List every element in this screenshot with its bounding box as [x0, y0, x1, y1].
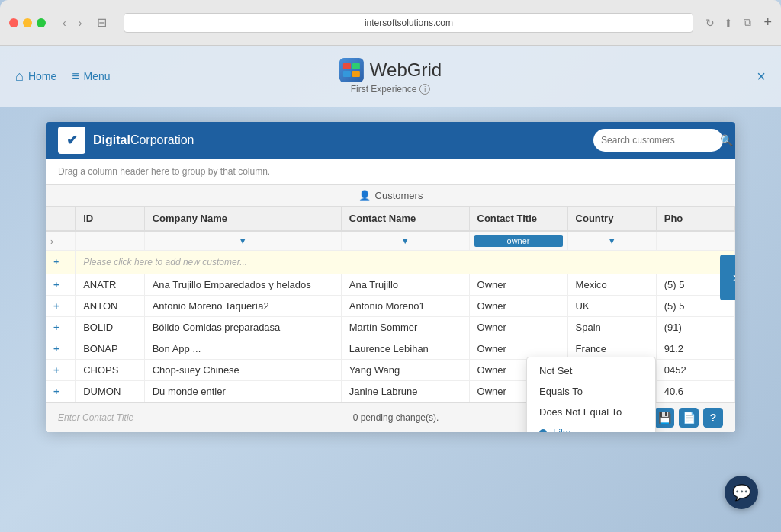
share-button[interactable]: ⬆	[721, 15, 736, 30]
row-phone: (91)	[656, 317, 734, 338]
home-icon: ⌂	[15, 69, 24, 85]
expand-icon[interactable]: +	[53, 322, 59, 333]
export-btn[interactable]: 📄	[679, 408, 699, 428]
th-contact[interactable]: Contact Name	[341, 207, 469, 231]
close-traffic-light[interactable]	[9, 18, 18, 27]
group-by-text: Drag a column header here to group by th…	[58, 166, 270, 177]
row-title: Owner	[469, 317, 567, 338]
expand-icon[interactable]: +	[53, 300, 59, 312]
table-row: + ANATR Ana Trujillo Emparedados y helad…	[46, 274, 735, 296]
maximize-traffic-light[interactable]	[37, 18, 46, 27]
url-text: intersoftsolutions.com	[365, 18, 453, 28]
filter-title-value[interactable]: owner	[507, 236, 530, 245]
search-button[interactable]: 🔍	[720, 134, 733, 146]
chat-button[interactable]: 💬	[725, 476, 758, 509]
row-expand: +	[46, 317, 76, 338]
app-header: ⌂ Home ≡ Menu WebGrid First Experience	[0, 46, 781, 107]
row-expand: +	[46, 274, 76, 296]
row-contact: Laurence Lebihan	[341, 338, 469, 360]
th-country[interactable]: Country	[567, 207, 656, 231]
app-icon	[339, 58, 364, 82]
filter-country-icon[interactable]: ▼	[607, 236, 616, 246]
add-row-icon[interactable]: +	[53, 257, 59, 268]
th-expand	[46, 207, 76, 231]
filter-company-cell: ▼	[144, 231, 341, 251]
add-row-text[interactable]: Please click here to add new customer...	[76, 251, 735, 274]
browser-chrome: ‹ › ⊟ intersoftsolutions.com ↻ ⬆ ⧉ +	[0, 0, 781, 46]
grid-logo-icon: ✔	[58, 127, 85, 154]
forward-button[interactable]: ›	[74, 15, 87, 30]
does-not-equal-label: Does Not Equal To	[539, 406, 622, 418]
app-title-row: WebGrid	[339, 58, 442, 82]
row-country: Spain	[567, 317, 656, 338]
th-phone[interactable]: Pho	[656, 207, 734, 231]
filter-phone-cell	[656, 231, 734, 251]
customers-text: Customers	[375, 190, 423, 201]
new-window-button[interactable]: ⧉	[741, 14, 754, 30]
row-id: ANATR	[76, 274, 144, 296]
filter-contact-icon[interactable]: ▼	[400, 236, 410, 246]
home-nav-link[interactable]: ⌂ Home	[15, 69, 56, 85]
menu-item-like[interactable]: Like	[527, 422, 655, 432]
footer-label: Enter Contact Title	[58, 412, 211, 423]
equals-to-label: Equals To	[539, 386, 583, 397]
grid-panel: ✔ DigitalCorporation 🔍 Drag a column hea…	[46, 122, 735, 432]
expand-icon[interactable]: +	[53, 386, 59, 397]
address-bar[interactable]: intersoftsolutions.com	[124, 13, 693, 33]
th-id[interactable]: ID	[76, 207, 144, 231]
filter-expand-cell: ›	[46, 231, 76, 251]
row-expand: +	[46, 296, 76, 317]
th-company[interactable]: Company Name	[144, 207, 341, 231]
grid-company-name: DigitalCorporation	[93, 133, 194, 147]
info-icon[interactable]: i	[419, 84, 430, 95]
menu-label: Menu	[84, 70, 111, 82]
minimize-traffic-light[interactable]	[23, 18, 32, 27]
row-phone: 91.2	[656, 338, 734, 360]
row-id: ANTON	[76, 296, 144, 317]
expand-icon[interactable]: +	[53, 343, 59, 354]
filter-expand-btn[interactable]: ›	[50, 236, 53, 247]
like-label: Like	[553, 427, 571, 432]
browser-actions: ⬆ ⧉	[721, 14, 754, 30]
search-box[interactable]: 🔍	[593, 129, 723, 152]
app-name: WebGrid	[370, 59, 442, 81]
save-btn[interactable]: 💾	[654, 408, 674, 428]
row-country: Mexico	[567, 274, 656, 296]
menu-icon: ≡	[72, 69, 79, 83]
help-btn[interactable]: ?	[703, 408, 723, 428]
next-page-arrow[interactable]: ›	[720, 255, 735, 300]
back-button[interactable]: ‹	[58, 15, 71, 30]
filter-context-menu: Not Set Equals To Does Not Equal To Like…	[526, 357, 656, 432]
expand-icon[interactable]: +	[53, 364, 59, 376]
row-company: Antonio Moreno Taquería2	[144, 296, 341, 317]
filter-company-icon[interactable]: ▼	[238, 236, 247, 246]
menu-item-does-not-equal[interactable]: Does Not Equal To	[527, 402, 655, 422]
expand-icon[interactable]: +	[53, 279, 59, 290]
app-name-text: WebGrid	[370, 59, 442, 80]
filter-country-cell: ▼	[567, 231, 656, 251]
th-title[interactable]: Contact Title	[469, 207, 567, 231]
table-row: + ANTON Antonio Moreno Taquería2 Antonio…	[46, 296, 735, 317]
new-tab-button[interactable]: +	[763, 14, 772, 30]
row-title: Owner	[469, 274, 567, 296]
row-id: DUMON	[76, 381, 144, 402]
filter-title-cell: owner	[469, 231, 567, 251]
company-name-bold: Digital	[93, 133, 130, 146]
grid-logo: ✔ DigitalCorporation	[58, 127, 194, 154]
group-by-bar: Drag a column header here to group by th…	[46, 159, 735, 185]
add-row[interactable]: + Please click here to add new customer.…	[46, 251, 735, 274]
row-country: UK	[567, 296, 656, 317]
menu-item-equals-to[interactable]: Equals To	[527, 381, 655, 402]
menu-item-not-set[interactable]: Not Set	[527, 361, 655, 381]
company-name-light: Corporation	[130, 133, 194, 146]
row-contact: Martín Sommer	[341, 317, 469, 338]
close-app-button[interactable]: ×	[757, 68, 766, 85]
sidebar-toggle-button[interactable]: ⊟	[92, 14, 111, 31]
radio-selected-icon	[539, 429, 547, 433]
menu-nav-link[interactable]: ≡ Menu	[72, 69, 110, 83]
refresh-button[interactable]: ↻	[705, 17, 715, 29]
row-expand: +	[46, 381, 76, 402]
search-input[interactable]	[601, 135, 715, 146]
row-id: BONAP	[76, 338, 144, 360]
row-id: BOLID	[76, 317, 144, 338]
